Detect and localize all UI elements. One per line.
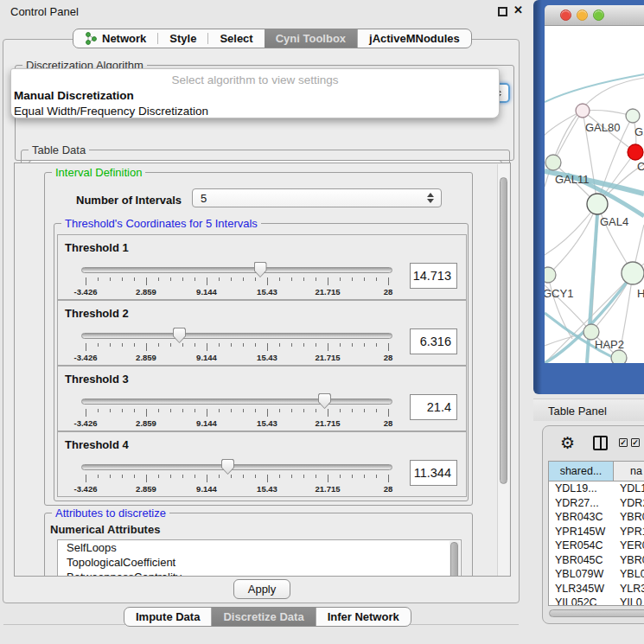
tab-style[interactable]: Style: [158, 29, 207, 48]
node-label: HAP2: [595, 338, 624, 351]
popup-item[interactable]: Manual Discretization: [11, 88, 499, 104]
network-node[interactable]: [545, 155, 561, 170]
minimize-traffic-light[interactable]: [577, 10, 588, 21]
table-row[interactable]: YLR345WYLR3: [549, 582, 644, 596]
tab-select[interactable]: Select: [208, 29, 264, 48]
table-cell[interactable]: YER0: [614, 539, 644, 553]
tab-jactivemnodules[interactable]: jActiveMNodules: [357, 29, 471, 48]
network-window-titlebar[interactable]: [545, 5, 644, 26]
slider-track[interactable]: [81, 267, 392, 273]
settings-vertical-scrollbar[interactable]: [497, 164, 509, 576]
slider-thumb[interactable]: [254, 262, 267, 277]
attribute-list-item[interactable]: TopologicalCoefficient: [58, 555, 461, 570]
network-node[interactable]: [545, 267, 556, 283]
tab-impute-data[interactable]: Impute Data: [124, 608, 211, 626]
slider-ticks: [86, 409, 389, 417]
gear-icon[interactable]: ⚙: [560, 434, 575, 453]
table-cell[interactable]: YDL19...: [549, 481, 614, 496]
tick-label: 28: [384, 353, 393, 362]
table-horizontal-scrollbar[interactable]: [548, 609, 644, 618]
column-header-shared-name[interactable]: shared...: [549, 462, 614, 481]
slider-thumb[interactable]: [221, 459, 234, 475]
table-row[interactable]: YDR27...YDR2: [549, 496, 644, 511]
tab-discretize-data[interactable]: Discretize Data: [211, 608, 315, 626]
table-row[interactable]: YDL19...YDL1: [549, 481, 644, 496]
threshold-value-field[interactable]: 14.713: [410, 263, 457, 289]
apply-button[interactable]: Apply: [233, 579, 290, 599]
thresholds-group: Threshold's Coordinates for 5 Intervals …: [54, 223, 469, 501]
table-cell[interactable]: YBR0: [614, 553, 644, 568]
network-node[interactable]: [587, 194, 608, 214]
network-node[interactable]: [626, 109, 640, 123]
table-row[interactable]: YER054CYER0: [549, 539, 644, 553]
table-cell[interactable]: YER054C: [549, 539, 614, 553]
tick-label: 9.144: [196, 484, 217, 494]
node-label: H: [637, 287, 644, 300]
table-cell[interactable]: YBL0: [614, 567, 644, 582]
tab-network[interactable]: Network: [73, 29, 157, 48]
number-of-intervals-combobox[interactable]: 5: [192, 188, 442, 207]
popup-item[interactable]: Equal Width/Frequency Discretization: [11, 104, 499, 118]
table-cell[interactable]: YBR045C: [549, 553, 614, 568]
network-node[interactable]: [628, 144, 643, 160]
table-row[interactable]: YBL079WYBL0: [549, 567, 644, 582]
split-columns-icon[interactable]: [593, 436, 608, 450]
checkbox-icon[interactable]: ✓: [619, 438, 628, 447]
network-edge: [548, 275, 572, 339]
combo-spinner-icon[interactable]: [427, 193, 435, 203]
table-cell[interactable]: YPR145W: [549, 525, 614, 539]
column-header-name[interactable]: na: [614, 462, 644, 481]
table-row[interactable]: YBR045CYBR0: [549, 553, 644, 568]
table-cell[interactable]: YDR2: [614, 496, 644, 511]
network-node[interactable]: [611, 350, 627, 363]
attributes-list-scrollbar[interactable]: [450, 541, 460, 577]
slider-track[interactable]: [81, 464, 392, 470]
zoom-traffic-light[interactable]: [593, 10, 604, 21]
table-row[interactable]: YPR145WYPR1: [549, 525, 644, 539]
attribute-list-item[interactable]: BetweennessCentrality: [58, 570, 461, 577]
threshold-panel: Threshold 4-3.4262.8599.14415.4321.71528…: [57, 431, 467, 497]
checkbox-icon[interactable]: ✓: [631, 438, 640, 447]
tick-label: 2.859: [136, 353, 156, 362]
float-window-icon[interactable]: [498, 7, 507, 16]
table-cell[interactable]: YLR345W: [549, 582, 614, 596]
network-edge: [548, 204, 597, 275]
network-canvas[interactable]: GAL80G.GAL11CGAL4GCY1HHAP2: [545, 26, 644, 363]
table-cell[interactable]: YPR1: [614, 525, 644, 539]
table-row[interactable]: YIL052CYIL0: [549, 596, 644, 606]
table-cell[interactable]: YBL079W: [549, 567, 614, 582]
tab-cyni-toolbox[interactable]: Cyni Toolbox: [265, 29, 357, 48]
tab-infer-network[interactable]: Infer Network: [316, 608, 411, 626]
algorithm-dropdown-popup: Select algorithm to view settings Manual…: [10, 68, 500, 118]
scrollbar-thumb[interactable]: [549, 609, 644, 617]
table-cell[interactable]: YIL0: [614, 596, 644, 606]
threshold-value-field[interactable]: 11.344: [410, 460, 457, 486]
table-cell[interactable]: YDL1: [614, 481, 644, 496]
slider-thumb[interactable]: [173, 328, 186, 343]
threshold-value-field[interactable]: 21.4: [410, 394, 457, 420]
numerical-attributes-list[interactable]: SelfLoopsTopologicalCoefficientBetweenne…: [57, 539, 462, 577]
slider-thumb[interactable]: [318, 393, 331, 409]
tick-label: -3.426: [74, 484, 98, 494]
scrollbar-thumb[interactable]: [500, 177, 507, 484]
slider-track[interactable]: [81, 399, 392, 405]
network-node[interactable]: [622, 262, 644, 284]
network-icon: [85, 32, 98, 45]
attribute-list-item[interactable]: SelfLoops: [58, 540, 461, 555]
table-row[interactable]: YBR043CYBR0: [549, 510, 644, 525]
tab-label: Network: [102, 32, 146, 45]
slider-track[interactable]: [81, 333, 392, 339]
table-cell[interactable]: YBR0: [614, 510, 644, 525]
close-traffic-light[interactable]: [560, 10, 571, 21]
scrollbar-thumb[interactable]: [450, 542, 458, 577]
tick-label: 9.144: [196, 353, 217, 362]
threshold-value-field[interactable]: 6.316: [410, 328, 457, 354]
slider-tick-labels: -3.4262.8599.14415.4321.71528: [58, 287, 466, 297]
number-of-intervals-value: 5: [201, 192, 207, 205]
table-cell[interactable]: YBR043C: [549, 510, 614, 525]
close-icon[interactable]: ✕: [513, 3, 523, 16]
table-cell[interactable]: YLR3: [614, 582, 644, 596]
table-cell[interactable]: YDR27...: [549, 496, 614, 511]
network-node[interactable]: [576, 104, 590, 118]
table-cell[interactable]: YIL052C: [549, 596, 614, 606]
